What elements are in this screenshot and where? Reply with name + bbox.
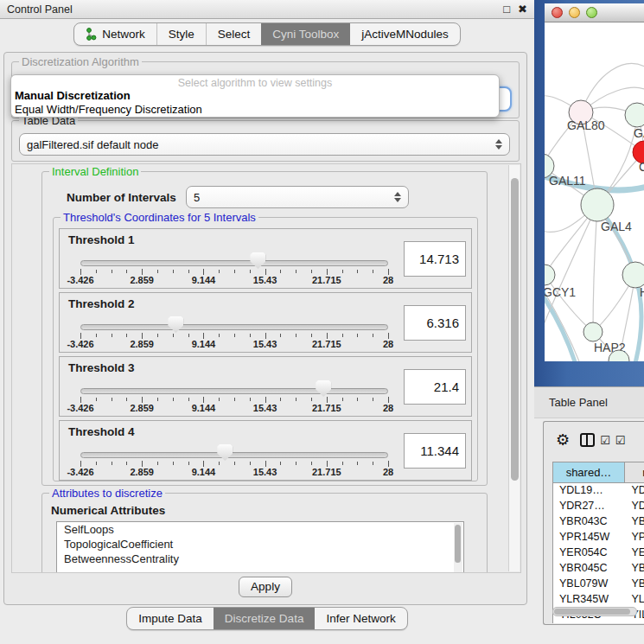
apply-button[interactable]: Apply [239, 577, 292, 597]
network-node-ga[interactable] [625, 103, 644, 127]
threshold-value-field[interactable]: 11.344 [404, 433, 466, 469]
threshold-slider-track[interactable] [80, 260, 388, 266]
tab-jactivemnodules[interactable]: jActiveMNodules [350, 23, 460, 45]
minimize-traffic-light-icon[interactable] [569, 7, 580, 18]
float-window-icon[interactable]: □ [503, 1, 510, 18]
zoom-traffic-light-icon[interactable] [586, 7, 597, 18]
ruler-tick [280, 334, 281, 337]
network-edge[interactable] [545, 275, 593, 332]
network-icon [86, 28, 97, 41]
dropdown-option-manual-discretization[interactable]: Manual Discretization [11, 89, 499, 103]
ruler-tick [112, 398, 112, 401]
table-panel: ⚙☑☑ shared…na YDL19…YDL1YDR27…YDR2YBR043… [543, 421, 644, 625]
ruler-tick [250, 334, 251, 337]
table-row[interactable]: YDR27…YDR2 [553, 499, 644, 514]
threshold-value-field[interactable]: 6.316 [404, 305, 466, 341]
network-node-h[interactable] [622, 262, 644, 288]
split-columns-icon[interactable] [580, 433, 595, 447]
column-header-na[interactable]: na [625, 462, 644, 483]
tab-label-select: Select [218, 28, 251, 41]
ruler-tick [173, 334, 174, 337]
network-graph[interactable]: GAL80GACGAL11GAL4GCY1HHAP2 [545, 22, 644, 361]
ruler-tick [388, 461, 389, 467]
tab-network[interactable]: Network [74, 23, 156, 45]
threshold-slider-handle[interactable] [250, 252, 265, 269]
threshold-panel-3: Threshold 3-3.4262.8599.14415.4321.71528… [59, 356, 472, 417]
network-edge[interactable] [593, 205, 597, 332]
table-cell: YBR043C [553, 514, 625, 530]
dropdown-option-equal-width-frequency-discretization[interactable]: Equal Width/Frequency Discretization [11, 103, 499, 117]
threshold-slider-track[interactable] [80, 388, 388, 394]
bottom-tabbar: Impute DataDiscretize DataInfer Network [126, 607, 407, 630]
threshold-value-field[interactable]: 21.4 [404, 369, 466, 405]
attribute-item-topologicalcoefficient[interactable]: TopologicalCoefficient [57, 537, 463, 552]
column-header-shared[interactable]: shared… [552, 462, 625, 483]
attributes-scrollbar-thumb[interactable] [455, 525, 461, 563]
ruler-tick [234, 334, 235, 337]
ruler-tick [142, 397, 143, 403]
attribute-item-betweennesscentrality[interactable]: BetweennessCentrality [57, 552, 463, 566]
attribute-item-selfloops[interactable]: SelfLoops [57, 522, 463, 537]
table-row[interactable]: YDL19…YDL1 [553, 483, 644, 499]
table-row[interactable]: YBR043CYBR0 [553, 514, 644, 530]
tab-cyni-toolbox[interactable]: Cyni Toolbox [261, 23, 350, 45]
tick-label: 15.43 [253, 467, 277, 477]
numerical-attributes-label: Numerical Attributes [51, 504, 165, 517]
tick-label: 2.859 [130, 403, 154, 413]
attributes-scrollbar[interactable] [454, 523, 462, 573]
ruler-tick [311, 270, 312, 273]
slider-tick-labels: -3.4262.8599.14415.4321.71528 [80, 339, 388, 350]
table-cell: YER0 [625, 545, 644, 561]
network-node-gcy1[interactable] [545, 265, 555, 285]
threshold-slider-handle[interactable] [168, 316, 183, 333]
ruler-tick [311, 334, 312, 337]
settings-scrollbar[interactable] [508, 165, 520, 571]
table-row[interactable]: YBR045CYBR0 [553, 561, 644, 577]
threshold-slider-handle[interactable] [217, 444, 233, 461]
ruler-tick [265, 333, 266, 339]
table-row[interactable]: YER054CYER0 [553, 545, 644, 561]
table-row[interactable]: YBL079WYBL0 [553, 577, 644, 592]
table-cell: YDR27… [553, 499, 625, 514]
top-tabbar-row: NetworkStyleSelectCyni ToolboxjActiveMNo… [0, 22, 534, 46]
threshold-slider-track[interactable] [80, 452, 388, 458]
threshold-value-field[interactable]: 14.713 [404, 241, 466, 277]
table-row[interactable]: YLR345WYLR3 [553, 592, 644, 608]
threshold-panel-2: Threshold 2-3.4262.8599.14415.4321.71528… [59, 292, 472, 353]
numerical-attributes-list[interactable]: SelfLoopsTopologicalCoefficientBetweenne… [56, 521, 464, 573]
network-node-gal4[interactable] [581, 188, 614, 221]
dropdown-options: Manual DiscretizationEqual Width/Frequen… [11, 89, 499, 117]
checkbox-icon[interactable]: ☑ [615, 434, 626, 447]
threshold-slider-track[interactable] [80, 324, 388, 330]
table-row[interactable]: YPR145WYPR1 [553, 530, 644, 545]
ruler-tick [280, 270, 281, 273]
ruler-tick [126, 270, 127, 273]
checkbox-icon[interactable]: ☑ [600, 434, 610, 447]
tick-label: 9.144 [192, 467, 216, 477]
close-icon[interactable]: ✖ [518, 1, 527, 18]
table-horizontal-scrollbar[interactable] [552, 607, 637, 616]
table-data-combobox[interactable]: galFiltered.sif default node [19, 133, 510, 156]
top-tabbar: NetworkStyleSelectCyni ToolboxjActiveMNo… [73, 22, 461, 46]
network-canvas[interactable]: GAL80GACGAL11GAL4GCY1HHAP2 [545, 22, 644, 361]
number-of-intervals-value: 5 [194, 191, 200, 204]
bottom-tab-infer-network[interactable]: Infer Network [315, 608, 406, 629]
network-node-hap2[interactable] [583, 322, 603, 341]
close-traffic-light-icon[interactable] [552, 7, 563, 18]
tab-select[interactable]: Select [206, 23, 262, 45]
table-hscrollbar-thumb[interactable] [554, 609, 630, 615]
tick-label: 9.144 [192, 403, 216, 413]
ruler-tick [327, 397, 328, 403]
threshold-slider-handle[interactable] [316, 380, 331, 397]
apply-row: Apply [4, 577, 526, 597]
tab-style[interactable]: Style [156, 23, 206, 45]
tick-label: 2.859 [130, 275, 154, 285]
bottom-tab-impute-data[interactable]: Impute Data [127, 608, 214, 629]
ruler-tick [265, 397, 266, 403]
ruler-tick [373, 462, 373, 465]
bottom-tab-discretize-data[interactable]: Discretize Data [214, 608, 316, 629]
gear-icon[interactable]: ⚙ [556, 427, 570, 453]
ruler-tick [388, 333, 389, 339]
number-of-intervals-combobox[interactable]: 5 [186, 186, 409, 208]
settings-scrollbar-thumb[interactable] [511, 178, 519, 481]
